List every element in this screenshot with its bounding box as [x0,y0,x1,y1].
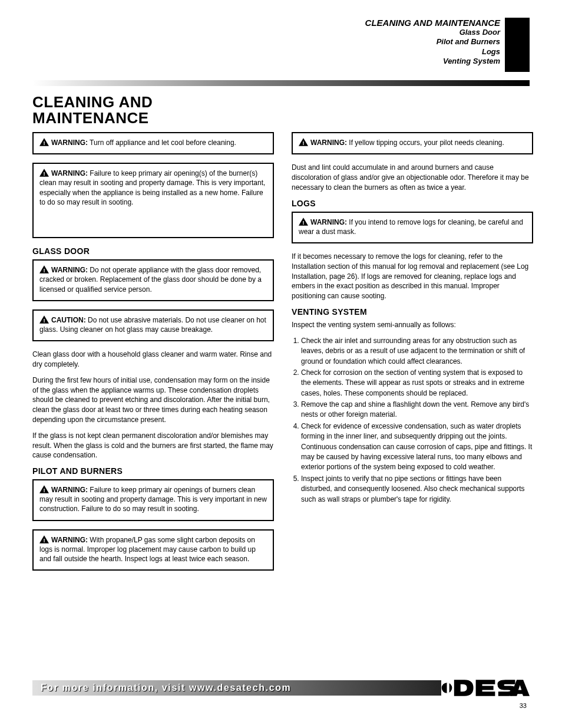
section-heading-pilot: PILOT AND BURNERS [32,466,274,476]
warning-box: !WARNING: With propane/LP gas some sligh… [32,529,274,571]
caution-box: !CAUTION: Do not use abrasive materials.… [32,309,274,341]
header-sub-4: Venting System [365,57,500,66]
list-item: Check the air inlet and surrounding area… [301,336,533,367]
warn-label: WARNING: [51,536,88,544]
logs-paragraph: If it becomes necessary to remove the lo… [292,252,533,301]
page-number: 33 [520,702,527,709]
warning-icon: ! [39,138,49,146]
warn-label: WARNING: [310,218,347,226]
warning-box: !WARNING: Turn off appliance and let coo… [32,132,274,154]
svg-text:!: ! [43,487,45,493]
glass-paragraph-1: Clean glass door with a household glass … [32,350,274,370]
warning-icon: ! [39,265,49,274]
warn-label: WARNING: [310,139,347,147]
header-block: CLEANING AND MAINTENANCE Glass Door Pilo… [365,18,500,66]
venting-list: Check the air inlet and surrounding area… [292,336,533,505]
list-item: Check for evidence of excessive condensa… [301,421,533,473]
warn-label: WARNING: [51,139,88,147]
svg-text:!: ! [43,537,45,543]
warning-box: !WARNING: Do not operate appliance with … [32,259,274,301]
warn-label: WARNING: [51,266,88,274]
warn-text: If yellow tipping occurs, your pilot nee… [347,139,504,147]
svg-text:!: ! [43,317,45,323]
header-black-tab [505,18,530,72]
warning-box: !WARNING: Failure to keep primary air op… [32,163,274,238]
warning-icon: ! [39,315,49,324]
left-column: !WARNING: Turn off appliance and let coo… [32,132,274,579]
header-title: CLEANING AND MAINTENANCE [365,18,500,28]
warn-label: WARNING: [51,169,88,177]
svg-rect-18 [447,683,449,693]
warn-label: WARNING: [51,486,88,494]
glass-paragraph-3: If the glass is not kept clean permanent… [32,431,274,460]
warn-label: CAUTION: [51,316,86,324]
section-heading-venting: VENTING SYSTEM [292,307,533,317]
warning-box: !WARNING: If you intend to remove logs f… [292,212,533,243]
section-heading-logs: LOGS [292,199,533,208]
warning-icon: ! [39,485,49,493]
svg-text:!: ! [43,268,45,274]
warn-text: Turn off appliance and let cool before c… [88,139,236,147]
warning-icon: ! [299,218,308,226]
glass-paragraph-2: During the first few hours of initial us… [32,375,274,425]
svg-text:!: ! [302,219,304,225]
header-sub-3: Logs [365,47,500,57]
page-title: CLEANING AND MAINTENANCE [32,94,153,127]
venting-intro: Inspect the venting system semi-annually… [292,320,533,330]
header-sub-1: Glass Door [365,28,500,37]
list-item: Remove the cap and shine a flashlight do… [301,400,533,420]
header-gradient-bar [32,80,530,86]
svg-text:!: ! [43,140,45,146]
warning-box: !WARNING: If yellow tipping occurs, your… [292,132,533,154]
svg-text:!: ! [302,140,304,146]
footer-text: For more information, visit www.desatech… [32,683,291,693]
warning-icon: ! [39,535,49,543]
header-sub-2: Pilot and Burners [365,37,500,47]
right-paragraph-1: Dust and lint could accumulate in and ar… [292,163,533,192]
svg-text:!: ! [43,171,45,177]
warning-icon: ! [39,169,49,177]
desa-logo [441,677,530,699]
section-heading-glass: GLASS DOOR [32,246,274,256]
right-column: !WARNING: If yellow tipping occurs, your… [292,132,533,506]
list-item: Check for corrosion on the section of ve… [301,368,533,398]
warning-box: !WARNING: Failure to keep primary air op… [32,479,274,521]
page-title-line1: CLEANING AND [32,93,153,111]
page-title-line2: MAINTENANCE [32,109,149,127]
list-item: Inspect joints to verify that no pipe se… [301,474,533,505]
warning-icon: ! [299,138,308,146]
